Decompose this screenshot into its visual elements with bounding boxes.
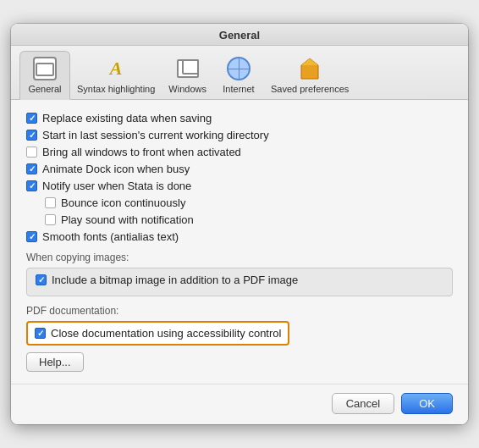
copying-section-label: When copying images:: [26, 252, 453, 263]
checkbox-row-smooth: Smooth fonts (antialias text): [26, 230, 453, 243]
checkbox-notify[interactable]: [26, 180, 37, 191]
bottom-bar: Cancel OK: [11, 384, 468, 424]
checkbox-list: Replace existing data when savingStart i…: [26, 112, 453, 243]
checkbox-label-notify: Notify user when Stata is done: [42, 180, 191, 192]
checkbox-row-replace: Replace existing data when saving: [26, 112, 453, 124]
checkbox-row-sound: Play sound with notification: [45, 213, 453, 226]
checkbox-label-session: Start in last session's current working …: [42, 129, 269, 141]
copying-inset-box: Include a bitmap image in addition to a …: [26, 268, 453, 296]
pdf-accessibility-box: Close documentation using accessibility …: [26, 321, 289, 346]
internet-icon: [225, 55, 252, 82]
checkbox-row-session: Start in last session's current working …: [26, 129, 453, 141]
checkbox-label-bounce: Bounce icon continuously: [61, 196, 185, 209]
toolbar-label-windows: Windows: [168, 84, 206, 94]
toolbar-item-general[interactable]: General: [19, 51, 70, 100]
toolbar-item-syntax[interactable]: A Syntax highlighting: [70, 52, 162, 99]
checkbox-sound[interactable]: [45, 214, 56, 225]
checkbox-row-bounce: Bounce icon continuously: [45, 196, 453, 209]
svg-marker-1: [301, 58, 318, 65]
checkbox-bitmap[interactable]: [36, 274, 47, 285]
checkbox-smooth[interactable]: [26, 231, 37, 242]
general-window: General General A Syntax highlighting Wi…: [11, 24, 468, 424]
content-area: Replace existing data when savingStart i…: [11, 100, 468, 384]
pdf-section-label: PDF documentation:: [26, 305, 453, 317]
pdf-section: PDF documentation: Close documentation u…: [26, 305, 453, 352]
toolbar-item-saved[interactable]: Saved preferences: [264, 52, 355, 99]
toolbar-item-internet[interactable]: Internet: [213, 52, 264, 99]
checkbox-session[interactable]: [26, 130, 37, 141]
checkbox-label-replace: Replace existing data when saving: [42, 112, 212, 124]
syntax-icon: A: [102, 55, 129, 82]
checkbox-label-smooth: Smooth fonts (antialias text): [42, 230, 179, 243]
checkbox-label-windows: Bring all windows to front when activate…: [42, 146, 241, 158]
checkbox-bitmap-label: Include a bitmap image in addition to a …: [52, 274, 298, 286]
window-title: General: [219, 29, 260, 41]
checkbox-close-doc-label: Close documentation using accessibility …: [51, 327, 281, 340]
checkbox-row-notify: Notify user when Stata is done: [26, 180, 453, 192]
checkbox-label-dock: Animate Dock icon when busy: [42, 163, 190, 175]
toolbar: General A Syntax highlighting Windows In…: [11, 46, 468, 100]
toolbar-label-internet: Internet: [223, 84, 254, 94]
ok-button[interactable]: OK: [401, 393, 453, 414]
toolbar-label-syntax: Syntax highlighting: [77, 84, 155, 94]
checkbox-label-sound: Play sound with notification: [61, 213, 194, 226]
windows-icon: [174, 55, 201, 82]
checkbox-dock[interactable]: [26, 163, 37, 174]
toolbar-label-general: General: [28, 84, 61, 94]
toolbar-item-windows[interactable]: Windows: [162, 52, 213, 99]
toolbar-label-saved: Saved preferences: [271, 84, 349, 94]
cancel-button[interactable]: Cancel: [332, 393, 394, 414]
checkbox-row-bitmap: Include a bitmap image in addition to a …: [36, 274, 443, 286]
help-button[interactable]: Help...: [26, 352, 84, 372]
checkbox-bounce[interactable]: [45, 197, 56, 208]
checkbox-windows[interactable]: [26, 147, 37, 158]
checkbox-close-doc[interactable]: [35, 328, 46, 339]
saved-icon: [296, 55, 323, 82]
general-icon: [31, 55, 58, 82]
checkbox-row-windows: Bring all windows to front when activate…: [26, 146, 453, 158]
help-button-row: Help...: [26, 352, 453, 372]
title-bar: General: [11, 24, 468, 46]
checkbox-replace[interactable]: [26, 113, 37, 124]
checkbox-row-dock: Animate Dock icon when busy: [26, 163, 453, 175]
